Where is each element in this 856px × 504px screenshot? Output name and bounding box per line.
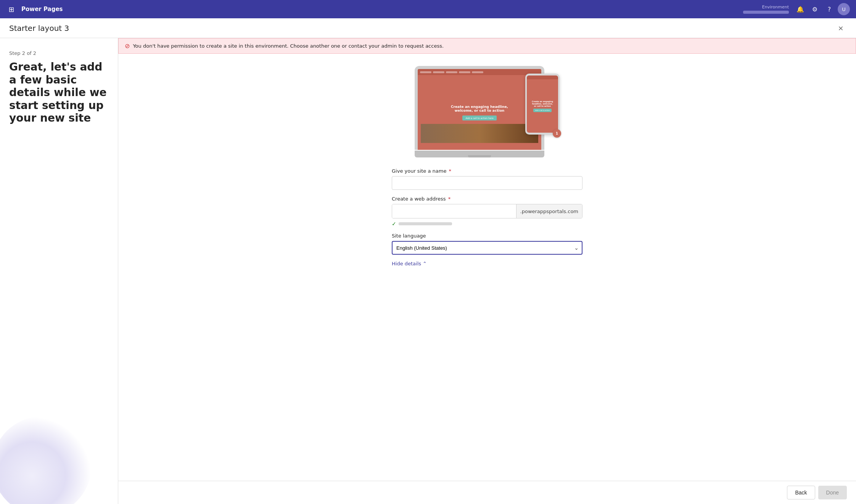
error-icon: ⊘ bbox=[125, 42, 130, 50]
web-address-required: * bbox=[448, 196, 451, 202]
site-language-select-wrapper: English (United States) French (France) … bbox=[392, 241, 582, 255]
validation-checkmark: ✓ bbox=[392, 221, 396, 227]
mobile-hero: Create an engagingheadline, welcome,or c… bbox=[527, 79, 558, 133]
chevron-up-icon: ⌃ bbox=[423, 261, 427, 266]
laptop-image-strip bbox=[421, 124, 538, 143]
web-address-group: Create a web address * .powerappsportals… bbox=[392, 196, 582, 227]
laptop-nav-bar bbox=[418, 69, 541, 75]
waffle-icon[interactable]: ⊞ bbox=[6, 4, 17, 14]
environment-value bbox=[743, 11, 789, 14]
mobile-screen: Create an engagingheadline, welcome,or c… bbox=[527, 75, 558, 133]
main-layout: Step 2 of 2 Great, let's add a few basic… bbox=[0, 38, 856, 504]
content-area: Create an engaging headline,welcome, or … bbox=[118, 54, 856, 481]
mobile-hero-text: Create an engagingheadline, welcome,or c… bbox=[532, 100, 553, 107]
mobile-cta-btn: Add a call to action bbox=[533, 109, 552, 112]
laptop-frame: Create an engaging headline,welcome, or … bbox=[415, 66, 544, 150]
hide-details-link[interactable]: Hide details ⌃ bbox=[392, 261, 582, 266]
site-language-group: Site language English (United States) Fr… bbox=[392, 233, 582, 255]
close-button[interactable]: × bbox=[835, 22, 847, 34]
site-name-required: * bbox=[449, 168, 452, 174]
environment-label: Environment bbox=[762, 5, 789, 10]
error-banner: ⊘ You don't have permission to create a … bbox=[118, 38, 856, 54]
laptop-base-notch bbox=[468, 155, 491, 157]
laptop-screen: Create an engaging headline,welcome, or … bbox=[418, 69, 541, 150]
laptop-hero-text: Create an engaging headline,welcome, or … bbox=[451, 105, 508, 112]
web-address-input[interactable] bbox=[392, 204, 516, 218]
device-preview: Create an engaging headline,welcome, or … bbox=[415, 66, 560, 157]
settings-icon[interactable]: ⚙ bbox=[809, 3, 821, 15]
step-label: Step 2 of 2 bbox=[9, 50, 109, 56]
left-panel: Step 2 of 2 Great, let's add a few basic… bbox=[0, 38, 118, 504]
web-address-validation: ✓ bbox=[392, 221, 582, 227]
mobile-badge: 1 bbox=[553, 129, 561, 138]
site-language-select[interactable]: English (United States) French (France) … bbox=[392, 241, 582, 255]
notifications-icon[interactable]: 🔔 bbox=[794, 3, 806, 15]
hide-details-label: Hide details bbox=[392, 261, 421, 266]
mobile-frame: Create an engagingheadline, welcome,or c… bbox=[525, 74, 560, 135]
footer: Back Done bbox=[118, 481, 856, 504]
web-address-row: .powerappsportals.com bbox=[392, 204, 582, 218]
nav-dot-4 bbox=[459, 71, 470, 73]
mobile-nav bbox=[527, 75, 558, 79]
help-icon[interactable]: ? bbox=[823, 3, 835, 15]
back-button[interactable]: Back bbox=[787, 486, 815, 499]
step-heading: Great, let's add a few basic details whi… bbox=[9, 61, 109, 125]
nav-dot-2 bbox=[433, 71, 444, 73]
site-name-label: Give your site a name * bbox=[392, 168, 582, 174]
site-language-label: Site language bbox=[392, 233, 582, 239]
nav-dot-3 bbox=[446, 71, 457, 73]
laptop-cta-btn: Add a call to action here bbox=[462, 116, 496, 120]
user-avatar[interactable]: U bbox=[838, 3, 850, 15]
nav-dot-5 bbox=[472, 71, 483, 73]
topnav-right: Environment 🔔 ⚙ ? U bbox=[743, 3, 850, 15]
error-message: You don't have permission to create a si… bbox=[133, 43, 444, 49]
site-name-group: Give your site a name * bbox=[392, 168, 582, 190]
decorative-blob bbox=[0, 416, 92, 504]
page-header: Starter layout 3 × bbox=[0, 18, 856, 38]
validation-text bbox=[399, 222, 452, 225]
right-panel: ⊘ You don't have permission to create a … bbox=[118, 38, 856, 504]
form-section: Give your site a name * Create a web add… bbox=[392, 168, 582, 266]
web-address-label: Create a web address * bbox=[392, 196, 582, 202]
environment-info: Environment bbox=[743, 5, 789, 14]
done-button[interactable]: Done bbox=[818, 486, 847, 499]
laptop-base bbox=[415, 151, 544, 157]
topnav: ⊞ Power Pages Environment 🔔 ⚙ ? U bbox=[0, 0, 856, 18]
page-title: Starter layout 3 bbox=[9, 24, 835, 33]
nav-dot-1 bbox=[420, 71, 431, 73]
app-title: Power Pages bbox=[21, 6, 739, 13]
site-name-input[interactable] bbox=[392, 176, 582, 190]
web-address-suffix: .powerappsportals.com bbox=[516, 204, 582, 218]
